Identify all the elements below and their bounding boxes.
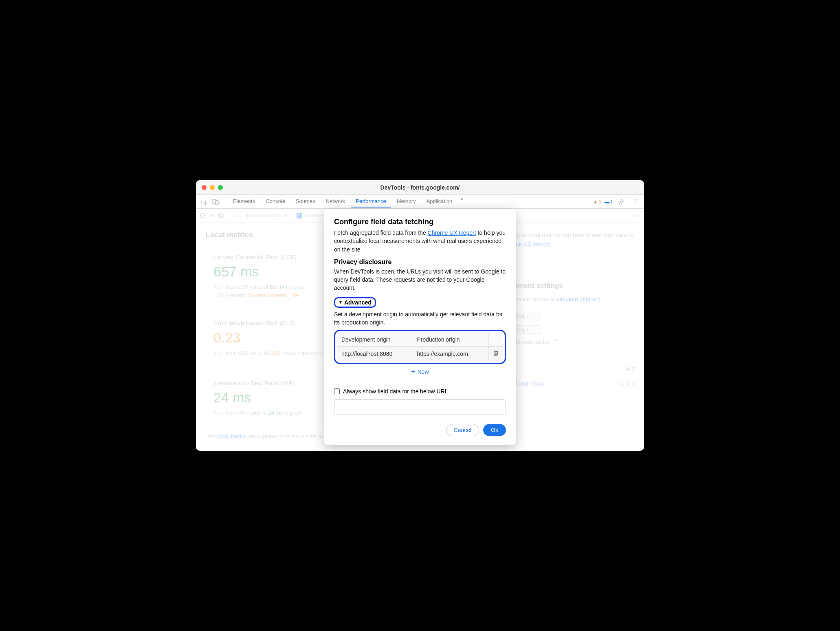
divider [223, 198, 223, 205]
tab-network[interactable]: Network [321, 196, 350, 207]
divider [334, 382, 506, 382]
origin-mapping-table: Development origin Production origin htt… [334, 330, 506, 364]
messages-badge[interactable]: ▬ 1 [605, 199, 613, 205]
privacy-text: When DevTools is open, the URLs you visi… [334, 267, 506, 292]
prod-origin-cell[interactable]: https://example.com [413, 346, 488, 361]
titlebar: DevTools - fonts.google.com/ [196, 180, 644, 195]
more-tabs-icon[interactable]: » [458, 196, 466, 207]
record-shortcut: ⌘ E [625, 366, 635, 372]
toolbar-right: ▲ 1 ▬ 1 ⋮ [593, 197, 641, 207]
svg-point-3 [620, 201, 622, 203]
advanced-toggle[interactable]: Advanced [334, 297, 376, 308]
warnings-badge[interactable]: ▲ 1 [593, 199, 602, 205]
recordings-dropdown[interactable]: (no recordings)▼ [245, 212, 288, 218]
field-data-dialog: Configure field data fetching Fetch aggr… [324, 209, 516, 445]
ok-button[interactable]: Ok [483, 424, 506, 436]
simulate-link[interactable]: simulate different [557, 296, 600, 302]
record-icon[interactable] [200, 213, 205, 218]
main-toolbar: Elements Console Sources Network Perform… [196, 195, 644, 209]
url-override-input[interactable] [334, 399, 506, 415]
dialog-buttons: Cancel Ok [334, 424, 506, 436]
upload-icon[interactable]: ⤴ [232, 213, 235, 218]
maximize-icon[interactable] [218, 185, 223, 190]
new-mapping-button[interactable]: New [334, 364, 506, 379]
checkbox-icon [334, 388, 340, 394]
more-menu-icon[interactable]: ⋮ [629, 198, 641, 205]
advanced-text: Set a development origin to automaticall… [334, 310, 506, 327]
panel-tabs: Elements Console Sources Network Perform… [228, 196, 466, 207]
always-show-checkbox[interactable]: Always show field data for the below URL [334, 388, 506, 395]
divider [292, 212, 292, 219]
crux-link[interactable]: Chrome UX Report [428, 229, 476, 236]
panel-settings-icon[interactable] [630, 211, 640, 221]
tab-elements[interactable]: Elements [228, 196, 260, 207]
tab-console[interactable]: Console [261, 196, 290, 207]
local-metrics-link[interactable]: local metrics [217, 433, 246, 439]
warn-count: 1 [599, 199, 602, 205]
info-icon[interactable]: ? [553, 339, 559, 345]
delete-row-button[interactable] [493, 351, 499, 357]
clear-icon[interactable] [218, 213, 224, 218]
table-row: http://localhost:8080 https://example.co… [337, 346, 503, 361]
tab-sources[interactable]: Sources [291, 196, 320, 207]
dev-origin-header: Development origin [337, 333, 413, 346]
tab-application[interactable]: Application [422, 196, 457, 207]
tab-memory[interactable]: Memory [392, 196, 421, 207]
svg-rect-2 [215, 201, 218, 205]
prod-origin-header: Production origin [413, 333, 488, 346]
record-reload-shortcut: ⌘ ⇧ E [619, 381, 635, 387]
tab-performance[interactable]: Performance [351, 196, 391, 207]
devtools-window: DevTools - fonts.google.com/ Elements Co… [196, 180, 644, 451]
dialog-title: Configure field data fetching [334, 218, 506, 226]
checkbox-icon [297, 213, 302, 218]
window-title: DevTools - fonts.google.com/ [380, 184, 460, 191]
msg-count: 1 [610, 199, 613, 205]
cancel-button[interactable]: Cancel [446, 424, 479, 436]
traffic-lights [196, 185, 223, 190]
inspect-icon[interactable] [199, 197, 209, 207]
dialog-intro: Fetch aggregated field data from the Chr… [334, 229, 506, 254]
close-icon[interactable] [202, 185, 207, 190]
delete-header [488, 333, 503, 346]
minimize-icon[interactable] [210, 185, 215, 190]
settings-icon[interactable] [616, 197, 626, 207]
device-toolbar-icon[interactable] [211, 197, 220, 207]
divider [228, 212, 228, 219]
privacy-title: Privacy disclosure [334, 258, 506, 266]
dev-origin-cell[interactable]: http://localhost:8080 [337, 346, 413, 361]
download-icon[interactable]: ⤵ [239, 213, 241, 218]
reload-icon[interactable]: ⟳ [209, 212, 214, 219]
svg-point-4 [634, 214, 636, 216]
